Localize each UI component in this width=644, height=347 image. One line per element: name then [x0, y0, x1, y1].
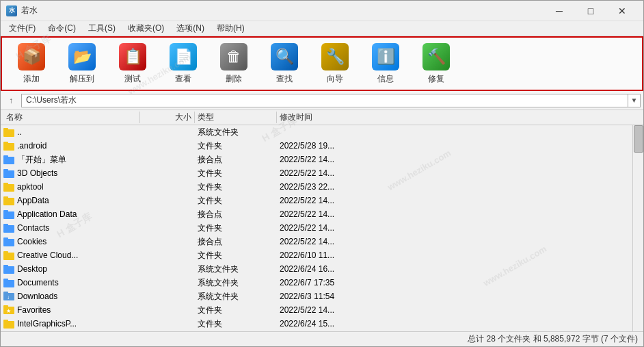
scrollbar[interactable] [632, 125, 643, 331]
menu-help[interactable]: 帮助(H) [211, 21, 250, 36]
file-name: 3D Objects [17, 168, 143, 178]
svg-rect-23 [3, 279, 8, 281]
table-row[interactable]: .android文件夹2022/5/28 19... [1, 139, 632, 153]
add-button[interactable]: 📦 添加 [8, 40, 55, 88]
file-icon [3, 168, 14, 179]
file-modified: 2022/5/22 14... [280, 305, 382, 315]
svg-rect-9 [3, 183, 8, 185]
table-row[interactable]: Documents系统文件夹2022/6/7 17:35 [1, 276, 632, 290]
test-button[interactable]: 📋 测试 [109, 40, 157, 88]
table-row[interactable]: Application Data接合点2022/5/22 14... [1, 207, 632, 221]
file-type: 系统文件夹 [198, 291, 280, 303]
file-icon: ↓ [3, 291, 14, 302]
file-icon [3, 154, 14, 165]
find-button[interactable]: 🔍 查找 [260, 40, 308, 88]
delete-button[interactable]: 🗑 删除 [210, 40, 258, 88]
file-name: 「开始」菜单 [17, 154, 143, 166]
table-row[interactable]: Creative Cloud...文件夹2022/6/10 11... [1, 248, 632, 262]
close-button[interactable]: ✕ [606, 1, 638, 21]
file-name: .android [17, 141, 143, 151]
col-modified-header[interactable]: 修改时间 [277, 112, 379, 123]
menu-favorites[interactable]: 收藏夹(O) [122, 21, 170, 36]
file-name: Desktop [17, 264, 143, 274]
svg-text:★: ★ [6, 308, 11, 314]
table-row[interactable]: 「开始」菜单接合点2022/5/22 14... [1, 153, 632, 166]
table-row[interactable]: apktool文件夹2022/5/23 22... [1, 180, 632, 194]
file-icon [3, 236, 14, 247]
file-icon [3, 264, 14, 274]
test-icon: 📋 [119, 43, 146, 70]
col-name-header[interactable]: 名称 [3, 112, 140, 123]
file-list: ..系统文件夹 .android文件夹2022/5/28 19... 「开始」菜… [1, 125, 632, 331]
address-path-text: C:\Users\若水 [26, 94, 77, 106]
file-modified: 2022/5/28 19... [280, 141, 382, 151]
maximize-button[interactable]: □ [575, 1, 606, 21]
table-row[interactable]: Cookies接合点2022/5/22 14... [1, 235, 632, 248]
nav-up-button[interactable]: ↑ [3, 93, 18, 108]
file-type: 系统文件夹 [198, 277, 280, 289]
table-row[interactable]: Contacts文件夹2022/5/22 14... [1, 221, 632, 235]
file-modified: 2022/5/22 14... [280, 209, 382, 219]
minimize-button[interactable]: ─ [544, 1, 575, 21]
status-bar: 总计 28 个文件夹 和 5,885,972 字节 (7 个文件) [1, 331, 643, 346]
svg-rect-19 [3, 251, 8, 254]
extract-icon: 📂 [68, 43, 96, 70]
view-button[interactable]: 📄 查看 [159, 40, 207, 88]
file-modified: 2022/5/22 14... [280, 237, 382, 246]
app-window: 水 若水 ─ □ ✕ 文件(F) 命令(C) 工具(S) 收藏夹(O) 选项(N… [0, 0, 644, 347]
col-size-header[interactable]: 大小 [140, 112, 195, 123]
repair-button[interactable]: 🔨 修复 [412, 40, 460, 88]
toolbar: 📦 添加 📂 解压到 📋 测试 📄 查看 🗑 删除 [1, 36, 643, 91]
table-row[interactable]: ..系统文件夹 [1, 125, 632, 139]
svg-text:↓: ↓ [7, 294, 10, 300]
scrollbar-thumb[interactable] [634, 125, 643, 153]
file-type: 系统文件夹 [198, 127, 280, 138]
svg-rect-15 [3, 224, 8, 227]
title-controls: ─ □ ✕ [544, 1, 638, 21]
file-modified: 2022/5/22 14... [280, 223, 382, 233]
menu-file[interactable]: 文件(F) [3, 21, 41, 36]
table-row[interactable]: IntelGraphicsP...文件夹2022/6/24 15... [1, 317, 632, 331]
file-name: Contacts [17, 223, 143, 233]
add-icon: 📦 [18, 43, 45, 70]
file-name: Documents [17, 278, 143, 287]
col-type-header[interactable]: 类型 [195, 112, 277, 123]
file-modified: 2022/6/7 17:35 [280, 278, 382, 287]
table-row[interactable]: ★ Favorites文件夹2022/5/22 14... [1, 303, 632, 317]
menu-tools[interactable]: 工具(S) [83, 21, 121, 36]
file-type: 文件夹 [198, 168, 280, 179]
file-icon [3, 318, 14, 329]
file-name: .. [17, 127, 143, 137]
file-name: IntelGraphicsP... [17, 319, 143, 329]
table-row[interactable]: AppData文件夹2022/5/22 14... [1, 194, 632, 207]
file-name: Application Data [17, 209, 143, 219]
address-dropdown[interactable]: ▼ [628, 94, 641, 107]
file-type: 文件夹 [198, 318, 280, 330]
file-icon [3, 209, 14, 220]
title-bar-left: 水 若水 [6, 5, 38, 16]
status-text: 总计 28 个文件夹 和 5,885,972 字节 (7 个文件) [468, 333, 638, 345]
extract-button[interactable]: 📂 解压到 [58, 40, 106, 88]
file-modified: 2022/6/10 11... [280, 250, 382, 260]
file-modified: 2022/6/3 11:54 [280, 292, 382, 301]
svg-rect-11 [3, 196, 8, 199]
wizard-button[interactable]: 🔧 向导 [311, 40, 359, 88]
file-modified: 2022/5/23 22... [280, 182, 382, 192]
table-row[interactable]: Desktop系统文件夹2022/6/24 16... [1, 262, 632, 276]
menu-options[interactable]: 选项(N) [171, 21, 210, 36]
address-path[interactable]: C:\Users\若水 [21, 94, 628, 107]
add-label: 添加 [23, 73, 40, 85]
table-row[interactable]: ↓ Downloads系统文件夹2022/6/3 11:54 [1, 290, 632, 303]
file-icon [3, 250, 14, 261]
file-type: 接合点 [198, 154, 280, 166]
svg-rect-13 [3, 210, 8, 213]
info-button[interactable]: ℹ️ 信息 [362, 40, 410, 88]
file-name: Downloads [17, 292, 143, 301]
wizard-label: 向导 [327, 73, 343, 85]
file-list-container: ..系统文件夹 .android文件夹2022/5/28 19... 「开始」菜… [1, 125, 643, 331]
file-type: 文件夹 [198, 195, 280, 207]
file-type: 文件夹 [198, 181, 280, 193]
table-row[interactable]: 3D Objects文件夹2022/5/22 14... [1, 166, 632, 180]
menu-command[interactable]: 命令(C) [42, 21, 81, 36]
file-type: 文件夹 [198, 140, 280, 152]
